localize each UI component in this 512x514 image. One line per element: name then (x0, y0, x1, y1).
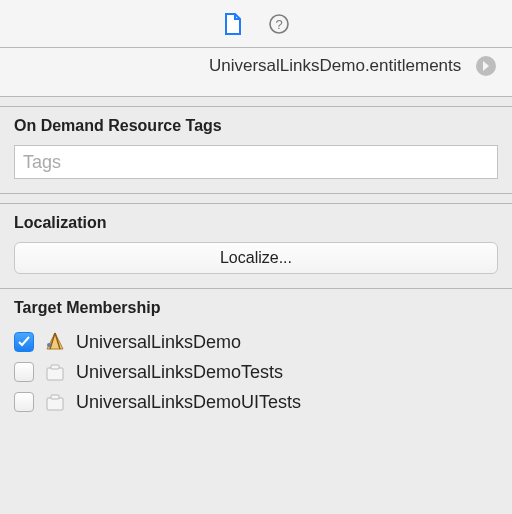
svg-rect-4 (47, 368, 63, 380)
target-checkbox[interactable] (14, 362, 34, 382)
target-label: UniversalLinksDemo (76, 332, 241, 353)
svg-rect-6 (47, 398, 63, 410)
localization-header: Localization (14, 214, 498, 232)
resource-tags-section: On Demand Resource Tags (0, 107, 512, 194)
svg-rect-5 (51, 365, 59, 369)
localization-section: Localization Localize... (0, 204, 512, 289)
resource-tags-header: On Demand Resource Tags (14, 117, 498, 135)
app-icon (44, 331, 66, 353)
file-inspector-tab[interactable] (222, 13, 244, 35)
bundle-icon (44, 361, 66, 383)
target-row: UniversalLinksDemoTests (14, 357, 498, 387)
svg-point-3 (47, 343, 51, 347)
target-checkbox[interactable] (14, 332, 34, 352)
bundle-icon (44, 391, 66, 413)
target-label: UniversalLinksDemoTests (76, 362, 283, 383)
identity-file-row: UniversalLinksDemo.entitlements (0, 48, 512, 97)
target-row: UniversalLinksDemoUITests (14, 387, 498, 417)
file-name-label: UniversalLinksDemo.entitlements (209, 55, 466, 76)
target-checkbox[interactable] (14, 392, 34, 412)
help-inspector-tab[interactable]: ? (268, 13, 290, 35)
target-row: UniversalLinksDemo (14, 327, 498, 357)
target-membership-header: Target Membership (14, 299, 498, 317)
target-membership-section: Target Membership UniversalLinksDemo Uni… (0, 289, 512, 423)
svg-text:?: ? (275, 17, 282, 32)
target-label: UniversalLinksDemoUITests (76, 392, 301, 413)
reveal-arrow-icon[interactable] (474, 54, 498, 78)
tags-input[interactable] (14, 145, 498, 179)
svg-rect-7 (51, 395, 59, 399)
inspector-tab-bar: ? (0, 0, 512, 48)
localize-button[interactable]: Localize... (14, 242, 498, 274)
